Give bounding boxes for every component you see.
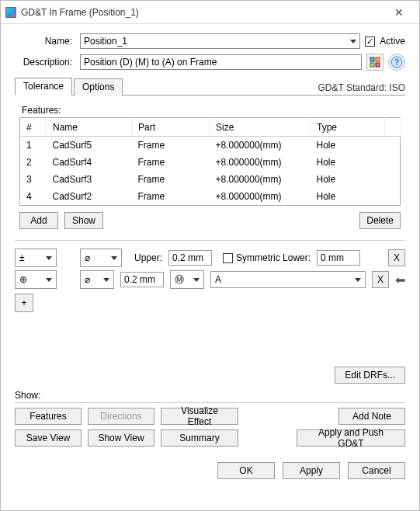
ok-button[interactable]: OK — [217, 462, 275, 479]
delete-button[interactable]: Delete — [359, 212, 401, 229]
cell-size: +8.000000(mm) — [210, 154, 311, 171]
table-row[interactable]: 1CadSurf5Frame+8.000000(mm)Hole — [20, 137, 401, 155]
cell-n: 2 — [20, 154, 47, 171]
cell-name: CadSurf2 — [47, 188, 132, 206]
tolerance-type-select[interactable]: ± — [15, 249, 57, 267]
remove-row-button[interactable]: X — [388, 249, 405, 266]
chevron-down-icon — [350, 40, 356, 43]
name-select[interactable]: Position_1 — [80, 33, 360, 49]
chevron-down-icon — [355, 278, 361, 282]
upper-label: Upper: — [134, 252, 162, 263]
titlebar: GD&T In Frame (Position_1) ✕ — [1, 1, 419, 24]
tab-tolerance[interactable]: Tolerance — [15, 78, 72, 96]
material-modifier-select[interactable]: Ⓜ — [170, 270, 204, 289]
visualize-effect-button[interactable]: Visualize Effect — [161, 408, 238, 425]
svg-rect-2 — [370, 63, 374, 67]
summary-button[interactable]: Summary — [161, 429, 238, 447]
cancel-button[interactable]: Cancel — [348, 462, 405, 479]
cell-n: 3 — [20, 171, 47, 188]
chevron-down-icon — [111, 256, 117, 260]
svg-text:?: ? — [394, 57, 400, 67]
position-icon: ⊕ — [19, 274, 27, 285]
features-legend: Features: — [19, 105, 64, 116]
mmc-icon: Ⓜ — [175, 273, 184, 287]
features-table: # Name Part Size Type 1CadSurf5Frame+8.0… — [19, 117, 401, 206]
name-label: Name: — [15, 36, 75, 47]
save-view-button[interactable]: Save View — [15, 429, 82, 447]
table-row[interactable]: 4CadSurf2Frame+8.000000(mm)Hole — [20, 188, 401, 206]
cell-size: +8.000000(mm) — [210, 188, 311, 206]
col-size[interactable]: Size — [210, 118, 311, 137]
apply-button[interactable]: Apply — [283, 462, 340, 479]
symmetric-lower-checkbox[interactable] — [223, 253, 233, 263]
description-label: Description: — [15, 57, 75, 68]
symmetric-lower-label: Symmetric Lower: — [236, 252, 311, 263]
features-group: Features: # Name Part Size Type 1CadSurf… — [15, 102, 405, 232]
active-label: Active — [380, 36, 405, 47]
cell-type: Hole — [311, 137, 385, 155]
cell-n: 1 — [20, 137, 47, 155]
cell-name: CadSurf3 — [47, 171, 132, 188]
tolerance-value-input[interactable] — [120, 272, 164, 287]
cell-size: +8.000000(mm) — [210, 171, 311, 188]
diameter-select[interactable]: ⌀ — [80, 270, 114, 289]
chevron-down-icon — [46, 278, 52, 282]
chevron-down-icon — [193, 278, 200, 282]
show-button[interactable]: Show — [64, 212, 103, 229]
show-directions-button[interactable]: Directions — [88, 408, 154, 425]
app-icon — [5, 7, 16, 18]
col-type[interactable]: Type — [311, 118, 385, 137]
cell-part: Frame — [132, 188, 210, 206]
diameter-select[interactable]: ⌀ — [80, 249, 122, 267]
cell-n: 4 — [20, 188, 47, 206]
upper-input[interactable] — [168, 250, 212, 266]
show-view-button[interactable]: Show View — [88, 429, 154, 447]
svg-rect-3 — [376, 63, 380, 67]
remove-row-button[interactable]: X — [372, 271, 389, 288]
col-number[interactable]: # — [20, 118, 47, 137]
cell-type: Hole — [311, 188, 385, 206]
tab-options[interactable]: Options — [74, 78, 123, 96]
cell-size: +8.000000(mm) — [210, 137, 311, 155]
cell-part: Frame — [132, 137, 210, 155]
standard-label: GD&T Standard: ISO — [318, 82, 406, 95]
datum-value: A — [215, 274, 221, 285]
edit-attributes-icon[interactable] — [366, 54, 384, 71]
table-header-row: # Name Part Size Type — [20, 118, 401, 137]
diameter-icon: ⌀ — [85, 274, 90, 285]
edit-drfs-button[interactable]: Edit DRFs... — [335, 367, 405, 384]
show-legend: Show: — [15, 390, 40, 401]
cell-type: Hole — [311, 154, 385, 171]
svg-rect-0 — [370, 57, 374, 61]
chevron-down-icon — [46, 256, 52, 260]
col-part[interactable]: Part — [132, 118, 210, 137]
cell-type: Hole — [311, 171, 385, 188]
close-button[interactable]: ✕ — [384, 2, 415, 23]
add-button[interactable]: Add — [19, 212, 58, 229]
svg-rect-1 — [376, 57, 380, 61]
tolerance-type-select[interactable]: ⊕ — [15, 270, 57, 289]
chevron-down-icon — [103, 278, 109, 282]
active-checkbox[interactable] — [365, 36, 375, 47]
datum-select[interactable]: A — [210, 271, 366, 288]
table-row[interactable]: 3CadSurf3Frame+8.000000(mm)Hole — [20, 171, 401, 188]
show-features-button[interactable]: Features — [15, 408, 82, 425]
diameter-icon: ⌀ — [85, 252, 90, 263]
help-icon[interactable]: ? — [388, 54, 405, 71]
description-input[interactable] — [80, 54, 362, 70]
add-note-button[interactable]: Add Note — [338, 408, 405, 425]
tolerance-row-1: ± ⌀ Upper: Symmetric Lower: X — [15, 249, 405, 267]
plusminus-icon: ± — [19, 252, 25, 263]
tolerance-row-2: ⊕ ⌀ Ⓜ A X ⬅ — [15, 270, 405, 289]
col-name[interactable]: Name — [47, 118, 132, 137]
table-row[interactable]: 2CadSurf4Frame+8.000000(mm)Hole — [20, 154, 401, 171]
window-title: GD&T In Frame (Position_1) — [21, 7, 139, 18]
dialog-footer: OK Apply Cancel — [1, 454, 419, 487]
name-value: Position_1 — [84, 36, 127, 47]
cell-name: CadSurf4 — [47, 154, 132, 171]
add-tolerance-row-button[interactable]: + — [15, 294, 33, 312]
cell-part: Frame — [132, 171, 210, 188]
cell-part: Frame — [132, 154, 210, 171]
lower-input[interactable] — [317, 250, 360, 266]
apply-push-button[interactable]: Apply and Push GD&T — [297, 429, 405, 447]
